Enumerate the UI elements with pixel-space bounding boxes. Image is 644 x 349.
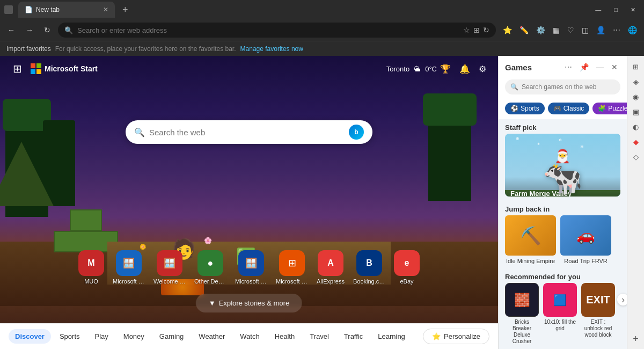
main-area: 🧑 🟩 🌸 🌼 ⊞ Microsoft St xyxy=(0,56,644,349)
sidebar-tab-4[interactable]: ▣ xyxy=(630,105,642,118)
import-favorites-button[interactable]: Import favorites xyxy=(6,45,51,53)
address-input[interactable] xyxy=(77,26,459,34)
nav-item-play[interactable]: Play xyxy=(89,329,115,344)
profile-icon[interactable]: 👤 xyxy=(594,24,608,37)
bottom-nav: Discover Sports Play Money Gaming Weathe… xyxy=(0,323,498,349)
personalize-button[interactable]: ⭐ Personalize xyxy=(423,329,489,344)
fav-item-ms-n[interactable]: 🪟 Microsoft N... xyxy=(235,250,267,285)
game-exit[interactable]: EXIT EXIT : unblock red wood block xyxy=(581,283,615,345)
genre-tab-sports[interactable]: ⚽ Sports xyxy=(505,103,545,114)
recommended-next-arrow[interactable]: › xyxy=(617,294,627,306)
genre-tab-puzzle[interactable]: 🧩 Puzzle xyxy=(592,103,627,114)
sidebar-tab-6[interactable]: ◆ xyxy=(630,135,642,148)
header-settings-icon[interactable]: ⚙ xyxy=(475,61,489,77)
nav-item-traffic[interactable]: Traffic xyxy=(338,329,369,344)
location-name: Toronto xyxy=(386,65,409,73)
maximize-button[interactable]: □ xyxy=(610,5,622,14)
bell-icon[interactable]: 🔔 xyxy=(456,61,473,77)
snowflake2: ❄ xyxy=(537,142,540,146)
panel-minimize-icon[interactable]: — xyxy=(594,61,606,73)
game-road-trip[interactable]: 🚗 Road Trip FRVR xyxy=(560,215,611,264)
forward-button[interactable]: → xyxy=(23,24,36,37)
refresh-icon[interactable]: ↻ xyxy=(483,26,489,34)
panel-more-icon[interactable]: ⋯ xyxy=(562,61,575,73)
game-bricks-breaker[interactable]: 🧱 Bricks Breaker Deluxe Crusher xyxy=(505,283,539,345)
fav-item-aliexpress[interactable]: A AliExpress xyxy=(317,250,345,285)
fav-item-demos[interactable]: ● Other Demos xyxy=(194,250,226,285)
idle-mining-image: ⛏️ xyxy=(505,215,556,256)
classic-icon: 🎮 xyxy=(553,105,561,112)
panel-search-bar[interactable]: 🔍 xyxy=(505,79,620,94)
fav-item-ebay[interactable]: e eBay xyxy=(394,250,420,285)
genre-tab-classic[interactable]: 🎮 Classic xyxy=(548,103,590,114)
10x10-icon: 🟦 xyxy=(553,294,567,307)
nav-item-discover[interactable]: Discover xyxy=(9,329,51,344)
nav-item-learning[interactable]: Learning xyxy=(371,329,412,344)
games-panel: Games ⋯ 📌 — ✕ 🔍 ⚽ Sports 🎮 Classic xyxy=(498,56,627,349)
sidebar-tab-1[interactable]: ⊞ xyxy=(630,60,642,73)
sidebar-add-button[interactable]: + xyxy=(633,333,639,345)
nav-item-money[interactable]: Money xyxy=(117,329,151,344)
bing-icon[interactable]: b xyxy=(349,125,364,140)
sidebar-tab-2[interactable]: ◈ xyxy=(630,75,642,88)
fav-item-welcome[interactable]: 🪟 Welcome to ... xyxy=(153,250,186,285)
snowflake1: ❄ xyxy=(516,136,519,141)
trophy-icon[interactable]: 🏆 xyxy=(437,61,454,77)
explore-stories-button[interactable]: ▼ Explore stories & more xyxy=(196,294,302,312)
nav-item-health[interactable]: Health xyxy=(268,329,302,344)
nav-item-gaming[interactable]: Gaming xyxy=(153,329,191,344)
nav-item-travel[interactable]: Travel xyxy=(303,329,335,344)
sidebar-icon[interactable]: ◫ xyxy=(579,24,591,37)
nav-item-weather[interactable]: Weather xyxy=(192,329,231,344)
new-tab-button[interactable]: + xyxy=(118,4,133,16)
star-icon[interactable]: ☆ xyxy=(463,26,470,34)
fav-item-ms365[interactable]: ⊞ Microsoft 365 xyxy=(276,250,308,285)
puzzle-icon: 🧩 xyxy=(598,105,606,112)
panel-pin-icon[interactable]: 📌 xyxy=(577,61,591,73)
fav-ebay-icon: e xyxy=(394,250,420,276)
nav-item-sports[interactable]: Sports xyxy=(53,329,86,344)
close-button[interactable]: ✕ xyxy=(626,5,640,14)
active-tab[interactable]: 📄 New tab ✕ xyxy=(18,2,115,18)
settings-icon[interactable]: ⚙️ xyxy=(533,24,548,37)
panel-close-icon[interactable]: ✕ xyxy=(609,61,620,73)
staff-pick-image: ❄ ❄ ❄ ❄ 🐄 🎅 Farm Merge Valley Build your… xyxy=(505,134,620,197)
manage-favorites-link[interactable]: Manage favorites now xyxy=(240,45,303,53)
minecraft-background: 🧑 🟩 🌸 🌼 ⊞ Microsoft St xyxy=(0,56,498,349)
split-screen-icon[interactable]: ⊞ xyxy=(473,26,480,34)
fav-item-ms-re[interactable]: 🪟 Microsoft Re... xyxy=(113,250,145,285)
ms-start-logo[interactable]: Microsoft Start xyxy=(26,61,102,76)
ms-header: ⊞ Microsoft Start Toronto 🌥 0°C xyxy=(0,56,498,82)
tab-overview-icon[interactable]: ▦ xyxy=(550,24,562,37)
nav-item-watch[interactable]: Watch xyxy=(233,329,266,344)
browser-chrome: 📄 New tab ✕ + — □ ✕ ← → ↻ 🔍 ☆ ⊞ ↻ ⭐ xyxy=(0,0,644,56)
exit-icon: EXIT xyxy=(586,294,610,306)
fav-muo-icon: M xyxy=(78,250,104,276)
flower: 🌸 xyxy=(204,237,212,244)
minimize-button[interactable]: — xyxy=(591,5,605,14)
panel-header-icons: ⋯ 📌 — ✕ xyxy=(562,61,620,73)
panel-search-input[interactable] xyxy=(522,83,615,91)
sidebar-tab-7[interactable]: ◇ xyxy=(630,150,642,163)
weather-info: Toronto 🌥 0°C xyxy=(386,65,437,73)
fav-ms-n-label: Microsoft N... xyxy=(235,278,267,285)
menu-icon[interactable]: ⋯ xyxy=(610,24,623,37)
search-input[interactable] xyxy=(149,128,345,137)
copilot-icon[interactable]: ✏️ xyxy=(517,24,531,37)
staff-pick-card[interactable]: ❄ ❄ ❄ ❄ 🐄 🎅 Farm Merge Valley Build your… xyxy=(505,134,620,197)
fav-ebay-label: eBay xyxy=(400,278,413,285)
game-10x10[interactable]: 🟦 10x10: fill the grid xyxy=(543,283,577,345)
game-idle-mining[interactable]: ⛏️ Idle Mining Empire xyxy=(505,215,556,264)
refresh-button[interactable]: ↻ xyxy=(41,24,54,37)
back-button[interactable]: ← xyxy=(4,24,18,37)
fav-item-booking[interactable]: B Booking.com xyxy=(353,250,385,285)
sidebar-tab-3[interactable]: ◉ xyxy=(630,90,642,103)
favorites-icon[interactable]: ♡ xyxy=(565,24,577,37)
collections-icon[interactable]: ⭐ xyxy=(500,24,515,37)
address-bar[interactable]: 🔍 ☆ ⊞ ↻ xyxy=(58,23,496,38)
ms-apps-button[interactable]: ⊞ xyxy=(9,58,26,79)
fav-item-muo[interactable]: M MUO xyxy=(78,250,104,285)
tab-page-icon: 📄 xyxy=(25,6,33,13)
tab-close-button[interactable]: ✕ xyxy=(103,6,108,13)
sidebar-tab-5[interactable]: ◐ xyxy=(630,120,642,133)
